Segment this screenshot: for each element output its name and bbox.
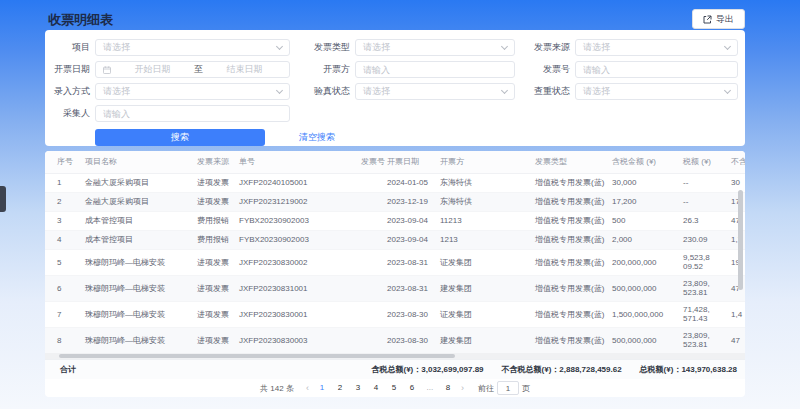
invoice-type-label: 发票类型 <box>290 39 355 56</box>
vertical-scrollbar[interactable] <box>738 190 743 290</box>
verify-status-select[interactable]: 请选择 <box>355 83 515 100</box>
summary-row: 合计 含税总额(¥)：3,032,699,097.89 不含税总额(¥)：2,8… <box>45 359 745 379</box>
column-header: 发票类型 <box>523 151 600 173</box>
collector-label: 采集人 <box>45 105 95 122</box>
date-to-label: 至 <box>194 63 203 76</box>
column-header: 发票号 <box>349 151 375 173</box>
project-select[interactable]: 请选择 <box>95 39 290 56</box>
table-row: 5珠穆朗玛峰—电梯安装进项发票JXFP202308300022023-08-31… <box>45 249 745 275</box>
column-header: 项目名称 <box>73 151 185 173</box>
invoice-source-label: 发票来源 <box>515 39 575 56</box>
table-header-row: 序号项目名称发票来源单号发票号开票日期开票方发票类型含税金额 (¥)税额 (¥)… <box>45 151 745 173</box>
page-button[interactable]: 3 <box>351 381 365 395</box>
page-button[interactable]: 2 <box>333 381 347 395</box>
verify-status-label: 验真状态 <box>290 83 355 100</box>
goto-unit-label: 页 <box>522 383 530 394</box>
column-header: 含税金额 (¥) <box>600 151 671 173</box>
table-row: 4成本管控项目费用报销FYBX202309020032023-09-041213… <box>45 230 745 249</box>
taxed-total: 含税总额(¥)：3,032,699,097.89 <box>371 364 483 375</box>
entry-method-label: 录入方式 <box>45 83 95 100</box>
chevron-down-icon <box>501 87 508 94</box>
table-row: 7珠穆朗玛峰—电梯安装进项发票JXFP202308300012023-08-30… <box>45 301 745 327</box>
collector-field <box>95 105 290 122</box>
collector-input[interactable] <box>103 109 282 119</box>
column-header: 税额 (¥) <box>671 151 719 173</box>
table-row: 8珠穆朗玛峰—电梯安装进项发票JXFP202308300032023-08-30… <box>45 327 745 353</box>
chevron-down-icon <box>724 87 731 94</box>
page-ellipsis: ... <box>423 381 437 395</box>
column-header: 单号 <box>227 151 349 173</box>
dup-status-label: 查重状态 <box>515 83 575 100</box>
summary-label: 合计 <box>60 364 76 375</box>
filter-panel: 项目 请选择 发票类型 请选择 发票来源 请选择 开票日期 <box>45 30 745 146</box>
invoice-type-select[interactable]: 请选择 <box>355 39 515 56</box>
invoice-table-body: 1金融大厦采购项目进项发票JXFP202401050012024-01-05东海… <box>45 173 745 353</box>
pagination-total: 共 142 条 <box>260 383 294 394</box>
page-button[interactable]: 6 <box>405 381 419 395</box>
invoice-table: 序号项目名称发票来源单号发票号开票日期开票方发票类型含税金额 (¥)税额 (¥)… <box>45 151 745 354</box>
invoice-source-select[interactable]: 请选择 <box>575 39 738 56</box>
invoice-date-range[interactable]: 开始日期 至 结束日期 <box>95 61 290 78</box>
chevron-down-icon <box>501 43 508 50</box>
calendar-icon <box>103 66 111 74</box>
goto-page-input[interactable] <box>497 381 519 395</box>
project-label: 项目 <box>45 39 95 56</box>
column-header: 开票方 <box>428 151 523 173</box>
clear-search-link[interactable]: 清空搜索 <box>299 131 335 144</box>
horizontal-scrollbar-thumb[interactable] <box>59 354 455 358</box>
search-button[interactable]: 搜索 <box>95 129 265 146</box>
pagination-pages: 123456...8 <box>315 381 455 395</box>
invoice-no-field <box>575 61 738 78</box>
date-start-placeholder: 开始日期 <box>115 63 190 76</box>
chevron-down-icon <box>724 43 731 50</box>
page-button[interactable]: 4 <box>369 381 383 395</box>
table-row: 2金融大厦采购项目进项发票JXFP202312190022023-12-19东海… <box>45 192 745 211</box>
export-button[interactable]: 导出 <box>692 9 745 29</box>
export-icon <box>703 15 712 24</box>
column-header: 不含税金额 (¥) <box>719 151 745 173</box>
issuer-field <box>355 61 515 78</box>
prev-page-button[interactable]: ‹ <box>304 383 311 393</box>
pagination-goto: 前往 页 <box>478 381 530 395</box>
entry-method-select[interactable]: 请选择 <box>95 83 290 100</box>
chevron-down-icon <box>276 43 283 50</box>
drawer-handle[interactable] <box>0 186 6 212</box>
table-row: 3成本管控项目费用报销FYBX202309020032023-09-041121… <box>45 211 745 230</box>
page-title: 收票明细表 <box>48 11 113 29</box>
export-label: 导出 <box>716 13 734 26</box>
invoice-no-input[interactable] <box>583 65 730 75</box>
chevron-down-icon <box>276 87 283 94</box>
issuer-label: 开票方 <box>290 61 355 78</box>
page-button[interactable]: 1 <box>315 381 329 395</box>
table-row: 6珠穆朗玛峰—电梯安装进项发票JXFP202308310012023-08-31… <box>45 275 745 301</box>
next-page-button[interactable]: › <box>459 383 466 393</box>
tax-total: 总税额(¥)：143,970,638.28 <box>640 364 737 375</box>
page-button[interactable]: 5 <box>387 381 401 395</box>
date-end-placeholder: 结束日期 <box>207 63 282 76</box>
issuer-input[interactable] <box>363 65 507 75</box>
filter-form: 项目 请选择 发票类型 请选择 发票来源 请选择 开票日期 <box>45 30 745 122</box>
column-header: 序号 <box>45 151 73 173</box>
invoice-no-label: 发票号 <box>515 61 575 78</box>
invoice-date-label: 开票日期 <box>45 61 95 78</box>
pagination: 共 142 条 ‹ 123456...8 › 前往 页 <box>45 379 745 397</box>
untaxed-total: 不含税总额(¥)：2,888,728,459.62 <box>502 364 622 375</box>
column-header: 发票来源 <box>185 151 227 173</box>
goto-label: 前往 <box>478 383 494 394</box>
dup-status-select[interactable]: 请选择 <box>575 83 738 100</box>
table-row: 1金融大厦采购项目进项发票JXFP202401050012024-01-05东海… <box>45 173 745 192</box>
table-panel: 序号项目名称发票来源单号发票号开票日期开票方发票类型含税金额 (¥)税额 (¥)… <box>45 151 745 397</box>
page-button[interactable]: 8 <box>441 381 455 395</box>
